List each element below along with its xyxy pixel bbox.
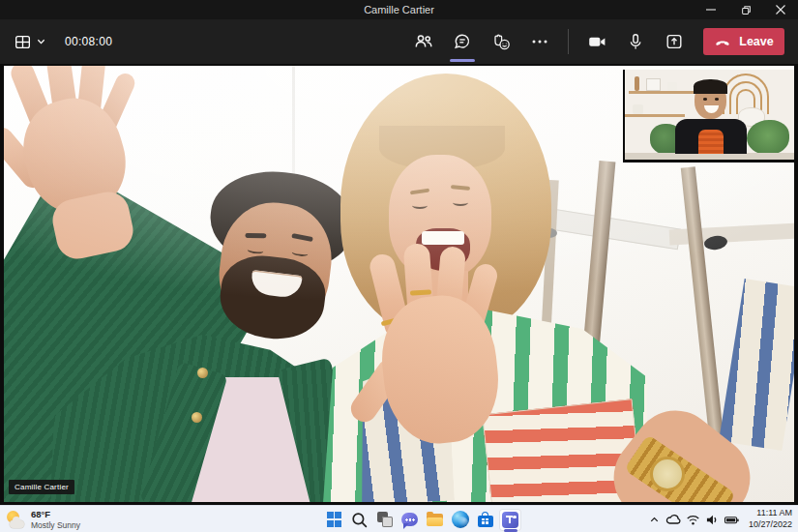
pip-cup [667, 82, 677, 91]
weather-condition: Mostly Sunny [31, 520, 80, 530]
weather-widget[interactable]: 68°F Mostly Sunny [6, 508, 80, 531]
close-icon [776, 5, 785, 15]
teams-icon [502, 512, 518, 528]
clock-time: 11:11 AM [749, 508, 792, 519]
task-view-button[interactable] [373, 509, 396, 531]
clock-widget[interactable]: 11:11 AM 10/27/2022 [749, 508, 792, 530]
chat-button[interactable] [444, 27, 481, 56]
battery-icon [724, 514, 740, 526]
call-toolbar-right: Leave [404, 27, 798, 56]
taskbar: 68°F Mostly Sunny [0, 505, 798, 532]
volume-icon [705, 514, 720, 526]
tray-chevron-up-icon [648, 514, 661, 526]
reactions-button[interactable] [483, 27, 519, 56]
woman-eye-right [453, 199, 468, 206]
pip-man-eye-right [715, 98, 719, 101]
store-icon [478, 512, 493, 528]
share-screen-icon [665, 32, 684, 51]
more-icon [530, 32, 549, 51]
search-button[interactable] [348, 509, 370, 531]
start-button[interactable] [323, 509, 345, 531]
pip-man-hair [694, 79, 727, 94]
onedrive-button[interactable] [665, 509, 683, 530]
file-explorer-button[interactable] [424, 509, 446, 531]
camera-button[interactable] [578, 27, 615, 56]
network-button[interactable] [685, 509, 702, 530]
call-toolbar-left: 00:08:00 [0, 29, 112, 55]
participants-button[interactable] [405, 27, 442, 56]
window-controls [694, 0, 798, 19]
minimize-button[interactable] [694, 0, 728, 19]
share-screen-button[interactable] [656, 27, 693, 56]
call-timer: 00:08:00 [65, 35, 112, 48]
man-button-2 [192, 412, 202, 423]
participants-icon [414, 32, 433, 51]
man-button-1 [197, 368, 208, 378]
grid-view-icon [14, 33, 32, 51]
microphone-icon [626, 32, 645, 51]
weather-text: 68°F Mostly Sunny [31, 509, 80, 530]
reactions-icon [491, 32, 512, 52]
chat-app-icon [401, 513, 418, 526]
edge-button[interactable] [449, 509, 471, 531]
pip-man-vest [698, 130, 724, 154]
edge-icon [452, 511, 469, 528]
close-button[interactable] [763, 0, 798, 19]
man-head [189, 163, 365, 365]
main-video: Camille Cartier [4, 66, 794, 502]
pip-mug [633, 104, 643, 114]
weather-temperature: 68°F [31, 509, 80, 519]
pip-shelf-top [629, 91, 700, 94]
view-layout-button[interactable] [10, 29, 49, 55]
weather-icon [6, 511, 25, 528]
start-icon [327, 512, 342, 527]
system-tray: 11:11 AM 10/27/2022 [646, 508, 792, 531]
pip-shelf-mid [625, 114, 685, 117]
toolbar-divider [568, 29, 569, 54]
teams-app-button[interactable] [499, 509, 521, 531]
woman-shoulder-blue-right [719, 279, 794, 451]
pip-frame [646, 78, 661, 91]
camera-icon [587, 32, 607, 52]
pip-plant-right [747, 120, 789, 155]
battery-button[interactable] [724, 509, 741, 530]
chat-app-button[interactable] [399, 509, 421, 531]
file-explorer-icon [427, 513, 443, 526]
man-brow-left [245, 233, 266, 238]
video-stage: Camille Cartier [0, 64, 798, 505]
taskbar-app-icons [323, 508, 521, 531]
pip-man-eye-left [703, 98, 707, 101]
volume-button[interactable] [704, 509, 722, 530]
woman-watch-face [650, 457, 685, 491]
restore-icon [741, 5, 752, 15]
titlebar: Camille Cartier [0, 0, 798, 19]
teams-call-window: Camille Cartier 00:08:00 [0, 0, 798, 532]
speaker-name-label: Camille Cartier [9, 480, 74, 494]
leave-call-icon [714, 36, 731, 47]
leave-label: Leave [739, 35, 773, 48]
store-button[interactable] [474, 509, 496, 531]
onedrive-cloud-icon [665, 513, 682, 526]
window-title: Camille Cartier [0, 0, 798, 19]
tray-overflow-button[interactable] [646, 509, 664, 530]
chat-icon [453, 32, 472, 51]
chevron-down-icon [37, 38, 45, 45]
clock-date: 10/27/2022 [749, 519, 792, 531]
pip-ledge [625, 153, 794, 160]
leave-button[interactable]: Leave [703, 28, 784, 55]
task-view-icon [374, 509, 396, 530]
search-icon [351, 512, 368, 528]
pip-video[interactable] [623, 70, 794, 163]
microphone-button[interactable] [617, 27, 654, 56]
woman-eye-left-fix [412, 202, 428, 209]
wifi-icon [686, 514, 700, 526]
restore-button[interactable] [728, 0, 763, 19]
pip-bottle [635, 76, 639, 91]
woman-teeth [422, 231, 464, 245]
minimize-icon [706, 5, 716, 15]
more-options-button[interactable] [521, 27, 558, 56]
call-toolbar: 00:08:00 [0, 19, 798, 64]
